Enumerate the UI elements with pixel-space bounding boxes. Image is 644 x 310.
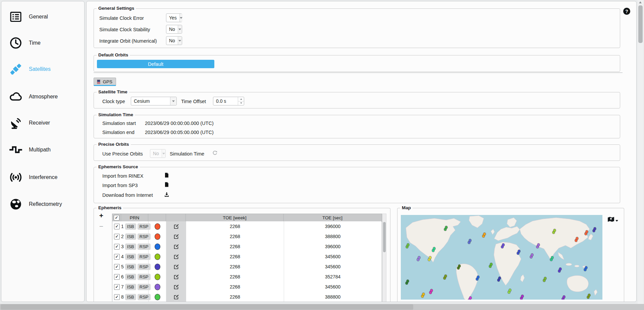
satellite-marker[interactable] bbox=[552, 231, 553, 231]
sidebar-item-label: Receiver bbox=[29, 120, 50, 126]
simulate-clock-stability-select[interactable]: No bbox=[166, 25, 182, 34]
edit-ephemeris-button[interactable] bbox=[174, 295, 179, 300]
import-sp3-file-icon[interactable] bbox=[165, 182, 169, 188]
isb-button[interactable]: ISB bbox=[125, 284, 136, 290]
row-checkbox[interactable]: ✓ bbox=[114, 264, 120, 270]
row-checkbox[interactable]: ✓ bbox=[114, 234, 120, 239]
edit-ephemeris-button[interactable] bbox=[174, 264, 179, 269]
satellite-marker[interactable] bbox=[432, 249, 432, 250]
satellite-marker[interactable] bbox=[585, 232, 585, 233]
satellite-color-swatch[interactable] bbox=[155, 223, 160, 230]
satellite-marker[interactable] bbox=[428, 258, 428, 259]
page-vertical-scrollbar[interactable] bbox=[638, 0, 643, 304]
sidebar-item-multipath[interactable]: Multipath bbox=[1, 142, 84, 157]
use-precise-orbits-select[interactable]: No bbox=[150, 149, 166, 158]
satellite-marker[interactable] bbox=[517, 252, 517, 252]
help-button[interactable]: ? bbox=[623, 8, 630, 15]
time-offset-spinbox[interactable]: 0.0 s bbox=[213, 97, 244, 105]
row-checkbox[interactable]: ✓ bbox=[114, 254, 120, 260]
isb-button[interactable]: ISB bbox=[125, 254, 136, 260]
isb-button[interactable]: ISB bbox=[125, 233, 136, 240]
edit-ephemeris-button[interactable] bbox=[174, 234, 179, 239]
page-horizontal-scrollbar[interactable] bbox=[0, 304, 644, 310]
satellite-marker[interactable] bbox=[421, 295, 422, 295]
satellite-marker[interactable] bbox=[468, 299, 469, 299]
ephemeris-table-scrollbar[interactable] bbox=[382, 214, 386, 302]
satellite-color-swatch[interactable] bbox=[155, 274, 160, 280]
satellite-marker[interactable] bbox=[476, 278, 476, 278]
satellite-color-swatch[interactable] bbox=[155, 294, 160, 300]
row-checkbox[interactable]: ✓ bbox=[114, 274, 120, 280]
sidebar-item-interference[interactable]: Interference bbox=[1, 170, 84, 185]
scrollbar-handle[interactable] bbox=[1, 304, 413, 310]
isb-button[interactable]: ISB bbox=[125, 294, 136, 300]
satellite-marker[interactable] bbox=[543, 279, 543, 279]
default-orbits-button[interactable]: Default bbox=[97, 60, 214, 68]
satellite-marker[interactable] bbox=[587, 296, 587, 296]
satellite-color-swatch[interactable] bbox=[155, 284, 160, 290]
edit-ephemeris-button[interactable] bbox=[174, 254, 179, 259]
row-checkbox[interactable]: ✓ bbox=[114, 294, 120, 300]
simulate-clock-error-select[interactable]: Yes bbox=[166, 13, 182, 22]
toe-week-value: 2268 bbox=[186, 282, 284, 292]
remove-row-button[interactable]: − bbox=[98, 223, 105, 230]
spin-up-button[interactable] bbox=[238, 97, 244, 101]
edit-ephemeris-button[interactable] bbox=[174, 284, 179, 290]
satellite-marker[interactable] bbox=[482, 235, 483, 235]
download-icon[interactable] bbox=[164, 192, 169, 198]
satellite-marker[interactable] bbox=[501, 246, 501, 246]
sidebar-item-time[interactable]: Time bbox=[1, 36, 84, 50]
satellite-marker[interactable] bbox=[575, 239, 575, 239]
satellite-marker[interactable] bbox=[508, 291, 508, 291]
clock-type-select[interactable]: Cesium bbox=[131, 97, 177, 105]
satellite-color-swatch[interactable] bbox=[155, 233, 160, 240]
sidebar-item-atmosphere[interactable]: Atmosphere bbox=[1, 89, 84, 104]
satellite-marker[interactable] bbox=[468, 241, 468, 241]
satellite-marker[interactable] bbox=[457, 267, 458, 267]
edit-ephemeris-button[interactable] bbox=[174, 224, 179, 229]
satellite-marker[interactable] bbox=[536, 246, 537, 246]
sidebar-item-general[interactable]: General bbox=[1, 9, 84, 24]
edit-ephemeris-button[interactable] bbox=[174, 274, 179, 279]
integrate-orbit-select[interactable]: No bbox=[166, 36, 182, 45]
satellite-color-swatch[interactable] bbox=[155, 243, 160, 250]
row-checkbox[interactable]: ✓ bbox=[114, 224, 120, 229]
isb-button[interactable]: ISB bbox=[125, 223, 136, 230]
map-layers-button[interactable] bbox=[607, 216, 618, 222]
sidebar-item-reflectometry[interactable]: Reflectometry bbox=[1, 197, 84, 212]
isb-button[interactable]: ISB bbox=[125, 264, 136, 270]
satellite-color-swatch[interactable] bbox=[155, 264, 160, 270]
row-checkbox[interactable]: ✓ bbox=[114, 284, 120, 290]
satellite-marker[interactable] bbox=[406, 246, 406, 246]
isb-button[interactable]: ISB bbox=[125, 274, 136, 280]
satellite-marker[interactable] bbox=[593, 229, 593, 230]
satellite-marker[interactable] bbox=[429, 291, 430, 292]
satellite-marker[interactable] bbox=[497, 279, 498, 279]
satellite-marker[interactable] bbox=[443, 277, 444, 277]
satellite-marker[interactable] bbox=[562, 298, 562, 298]
satellite-marker[interactable] bbox=[444, 228, 444, 228]
satellite-color-swatch[interactable] bbox=[155, 254, 160, 260]
select-all-checkbox[interactable]: ✓ bbox=[114, 215, 119, 221]
satellite-marker[interactable] bbox=[530, 256, 530, 256]
spin-down-button[interactable] bbox=[238, 101, 244, 105]
import-rinex-file-icon[interactable] bbox=[165, 173, 169, 179]
satellite-marker[interactable] bbox=[584, 268, 584, 269]
satellite-marker[interactable] bbox=[406, 282, 406, 282]
tab-gps[interactable]: GPS bbox=[94, 78, 116, 86]
satellite-marker[interactable] bbox=[550, 258, 550, 259]
row-checkbox[interactable]: ✓ bbox=[114, 244, 120, 250]
world-map[interactable] bbox=[401, 215, 602, 300]
refresh-icon[interactable] bbox=[212, 150, 218, 157]
satellite-marker[interactable] bbox=[558, 270, 558, 270]
sidebar-item-receiver[interactable]: Receiver bbox=[1, 116, 84, 130]
satellite-marker[interactable] bbox=[520, 297, 521, 297]
edit-ephemeris-button[interactable] bbox=[174, 244, 179, 249]
satellite-marker[interactable] bbox=[417, 258, 417, 259]
isb-button[interactable]: ISB bbox=[125, 243, 136, 250]
satellite-marker[interactable] bbox=[489, 265, 489, 265]
scrollbar-handle[interactable] bbox=[638, 5, 643, 43]
sidebar-item-satellites[interactable]: Satellites bbox=[1, 62, 84, 77]
add-row-button[interactable]: + bbox=[98, 212, 105, 219]
scroll-up-arrow[interactable] bbox=[639, 1, 642, 3]
